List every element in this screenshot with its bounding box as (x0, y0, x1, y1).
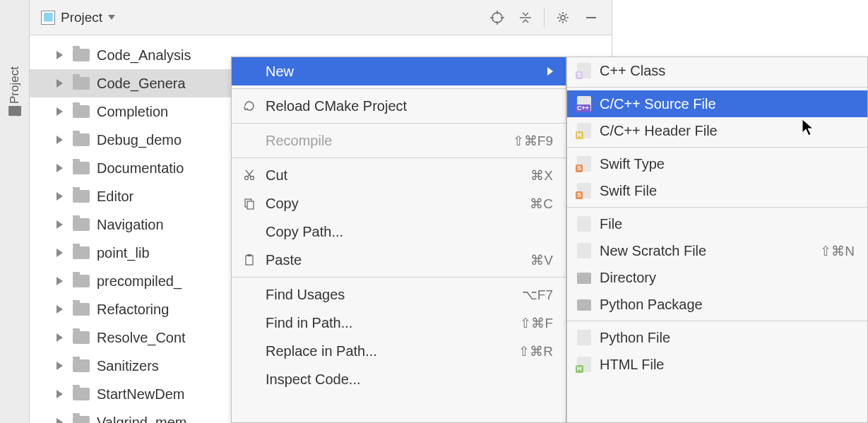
menu-item[interactable]: Cut⌘X (232, 161, 566, 189)
menu-item[interactable]: New (232, 57, 566, 85)
tree-item-label: Sanitizers (97, 358, 159, 374)
menu-separator (232, 88, 566, 89)
file-type-icon: S (577, 183, 591, 198)
menu-item-label: Find Usages (266, 287, 522, 303)
folder-icon (73, 77, 90, 90)
submenu-item[interactable]: HHTML File (567, 351, 867, 378)
menu-separator (567, 87, 867, 88)
collapse-icon[interactable] (517, 9, 534, 26)
expand-arrow-icon[interactable] (57, 164, 63, 172)
submenu-item-label: Swift Type (600, 156, 855, 172)
submenu-item-label: File (600, 216, 855, 232)
submenu-item[interactable]: Directory (567, 264, 867, 291)
chevron-down-icon[interactable] (108, 15, 115, 20)
folder-icon (73, 275, 90, 287)
file-type-icon (577, 216, 591, 232)
tree-item-label: Code_Analysis (97, 47, 191, 64)
project-title[interactable]: Project (61, 10, 102, 25)
blank-icon (242, 315, 257, 330)
menu-item[interactable]: Find Usages⌥F7 (232, 280, 566, 309)
submenu-item-label: C/C++ Source File (600, 96, 855, 112)
file-type-icon: H (577, 123, 591, 138)
expand-arrow-icon[interactable] (57, 362, 63, 370)
submenu-item[interactable]: File (567, 210, 867, 237)
menu-item[interactable]: Copy Path... (232, 218, 566, 246)
menu-item[interactable]: Reload CMake Project (232, 92, 566, 120)
submenu-item[interactable]: HC/C++ Header File (567, 117, 867, 144)
submenu-item[interactable]: New Scratch File⇧⌘N (567, 237, 867, 264)
file-type-icon: H (577, 357, 591, 372)
expand-arrow-icon[interactable] (57, 305, 63, 314)
expand-arrow-icon[interactable] (57, 333, 63, 342)
file-type-icon: S (577, 156, 591, 172)
submenu-item[interactable]: SSwift Type (567, 150, 867, 177)
tree-item-label: Valgrind_mem (97, 415, 186, 424)
folder-icon (73, 388, 90, 400)
expand-arrow-icon[interactable] (57, 249, 63, 257)
blank-icon (242, 371, 257, 387)
folder-icon (73, 218, 90, 231)
folder-icon (73, 105, 90, 118)
folder-icon (73, 246, 90, 259)
toolbar-divider (544, 8, 545, 28)
expand-arrow-icon[interactable] (57, 220, 63, 229)
menu-item-label: Paste (266, 252, 530, 268)
submenu-item-label: Directory (600, 270, 855, 286)
submenu-item-label: C/C++ Header File (600, 123, 855, 139)
menu-separator (567, 207, 867, 208)
project-panel-header: Project (30, 0, 612, 35)
folder-icon (73, 416, 90, 423)
tree-item-label: Editor (97, 189, 133, 205)
tree-item-label: Code_Genera (97, 76, 186, 92)
svg-rect-14 (246, 256, 253, 265)
reload-icon (242, 98, 257, 114)
blank-icon (242, 133, 257, 148)
menu-item-label: New (266, 64, 540, 80)
menu-shortcut: ⇧⌘F9 (513, 133, 553, 149)
submenu-item-label: New Scratch File (600, 243, 820, 259)
blank-icon (242, 224, 257, 239)
folder-icon (73, 190, 90, 203)
menu-item-label: Copy (266, 196, 530, 212)
expand-arrow-icon[interactable] (57, 390, 63, 398)
menu-item[interactable]: Paste⌘V (232, 246, 566, 274)
folder-icon (577, 270, 591, 285)
expand-arrow-icon[interactable] (57, 418, 63, 423)
folder-icon (73, 303, 90, 316)
svg-point-0 (492, 13, 502, 23)
menu-item[interactable]: Replace in Path...⇧⌘R (232, 337, 566, 365)
menu-item: Recompile⇧⌘F9 (232, 126, 566, 155)
blank-icon (242, 287, 257, 302)
tree-item-label: Refactoring (97, 302, 169, 318)
expand-arrow-icon[interactable] (57, 136, 63, 144)
target-icon[interactable] (489, 9, 506, 26)
svg-point-8 (245, 177, 249, 180)
menu-item[interactable]: Inspect Code... (232, 365, 566, 393)
menu-item[interactable]: Copy⌘C (232, 189, 566, 218)
menu-item[interactable]: Find in Path...⇧⌘F (232, 309, 566, 337)
menu-shortcut: ⇧⌘F (520, 315, 553, 331)
menu-item-label: Find in Path... (266, 315, 520, 331)
tree-item-label: precompiled_ (97, 273, 182, 290)
tree-item-label: Documentatio (97, 160, 184, 177)
submenu-item[interactable]: Python File (567, 324, 867, 351)
file-type-icon (577, 243, 591, 258)
submenu-item[interactable]: SSwift File (567, 177, 867, 204)
submenu-item[interactable]: Python Package (567, 291, 867, 318)
expand-arrow-icon[interactable] (57, 192, 63, 201)
expand-arrow-icon[interactable] (57, 79, 63, 88)
expand-arrow-icon[interactable] (57, 107, 63, 116)
menu-shortcut: ⇧⌘R (518, 343, 553, 359)
expand-arrow-icon[interactable] (57, 51, 63, 59)
submenu-item[interactable]: SC++ Class (567, 57, 867, 84)
submenu-item[interactable]: C++C/C++ Source File (567, 90, 867, 117)
submenu-item-label: C++ Class (600, 63, 855, 79)
expand-arrow-icon[interactable] (57, 277, 63, 285)
minimize-icon[interactable] (583, 9, 600, 26)
svg-point-6 (561, 16, 565, 20)
menu-separator (232, 277, 566, 278)
gear-icon[interactable] (554, 9, 571, 26)
submenu-item-label: Swift File (600, 183, 855, 199)
folder-icon (73, 359, 90, 372)
menu-separator (232, 123, 566, 124)
